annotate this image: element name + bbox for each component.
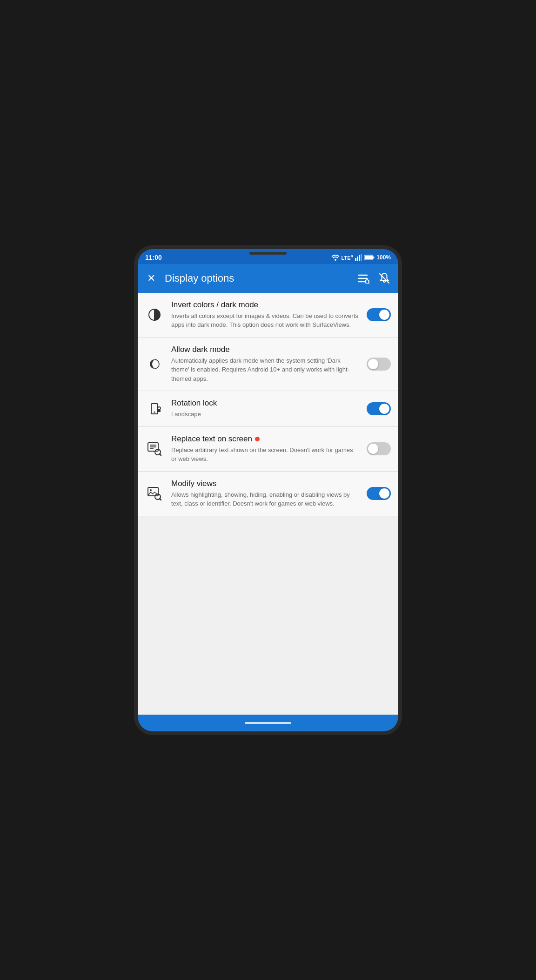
lte-label: LTER bbox=[342, 254, 354, 261]
replace-text-title: Replace text on screen bbox=[171, 434, 359, 444]
svg-point-25 bbox=[150, 489, 152, 491]
invert-colors-toggle[interactable] bbox=[367, 308, 391, 321]
invert-colors-icon bbox=[145, 305, 164, 324]
allow-dark-mode-content: Allow dark mode Automatically applies da… bbox=[171, 345, 359, 384]
modify-views-toggle[interactable] bbox=[367, 487, 391, 500]
phone-notch bbox=[249, 252, 287, 255]
toolbar: ✕ Display options bbox=[138, 264, 398, 293]
replace-text-slider bbox=[367, 442, 391, 455]
svg-point-0 bbox=[335, 259, 336, 261]
phone-frame: 11:00 LTER 100% bbox=[134, 245, 402, 735]
signal-icon bbox=[355, 254, 362, 261]
modify-views-desc: Allows highlighting, showing, hiding, en… bbox=[171, 490, 359, 508]
status-icons: LTER 100% bbox=[331, 254, 391, 261]
rotation-lock-toggle[interactable] bbox=[367, 402, 391, 415]
bottom-bar bbox=[138, 715, 398, 731]
filter-search-icon[interactable] bbox=[357, 272, 370, 285]
toolbar-icons bbox=[357, 272, 391, 285]
invert-colors-title: Invert colors / dark mode bbox=[171, 300, 359, 310]
wifi-icon bbox=[331, 254, 340, 261]
rotation-lock-item: Rotation lock Landscape bbox=[138, 391, 398, 427]
battery-icon bbox=[364, 255, 375, 260]
modify-views-content: Modify views Allows highlighting, showin… bbox=[171, 479, 359, 508]
rotation-lock-desc: Landscape bbox=[171, 410, 359, 419]
invert-colors-content: Invert colors / dark mode Inverts all co… bbox=[171, 300, 359, 330]
toolbar-title: Display options bbox=[165, 272, 350, 284]
modify-views-slider bbox=[367, 487, 391, 500]
allow-dark-mode-desc: Automatically applies dark mode when the… bbox=[171, 356, 359, 384]
notification-off-icon[interactable] bbox=[378, 272, 391, 285]
svg-rect-1 bbox=[355, 258, 356, 261]
status-time: 11:00 bbox=[145, 254, 162, 261]
svg-rect-4 bbox=[361, 254, 362, 261]
replace-text-toggle[interactable] bbox=[367, 442, 391, 455]
invert-colors-desc: Inverts all colors except for images & v… bbox=[171, 311, 359, 330]
battery-percent: 100% bbox=[376, 254, 391, 261]
replace-text-desc: Replace arbitrary text shown on the scre… bbox=[171, 446, 359, 464]
svg-line-12 bbox=[368, 283, 369, 284]
allow-dark-mode-toggle[interactable] bbox=[367, 358, 391, 371]
svg-rect-7 bbox=[374, 257, 375, 258]
rotation-lock-icon bbox=[145, 399, 164, 418]
svg-line-27 bbox=[160, 499, 161, 500]
invert-colors-slider bbox=[367, 308, 391, 321]
svg-rect-2 bbox=[357, 257, 358, 261]
allow-dark-mode-item: Allow dark mode Automatically applies da… bbox=[138, 338, 398, 392]
rotation-lock-content: Rotation lock Landscape bbox=[171, 399, 359, 419]
svg-point-16 bbox=[154, 411, 155, 412]
invert-colors-item: Invert colors / dark mode Inverts all co… bbox=[138, 293, 398, 338]
replace-text-badge bbox=[255, 437, 260, 441]
modify-views-title: Modify views bbox=[171, 479, 359, 488]
rotation-lock-slider bbox=[367, 402, 391, 415]
svg-rect-6 bbox=[365, 256, 373, 259]
replace-text-content: Replace text on screen Replace arbitrary… bbox=[171, 434, 359, 464]
svg-line-23 bbox=[160, 454, 161, 455]
replace-text-item: Replace text on screen Replace arbitrary… bbox=[138, 427, 398, 472]
modify-views-item: Modify views Allows highlighting, showin… bbox=[138, 472, 398, 516]
replace-text-icon bbox=[145, 439, 164, 458]
rotation-lock-title: Rotation lock bbox=[171, 399, 359, 408]
svg-rect-3 bbox=[359, 255, 360, 261]
modify-views-icon bbox=[145, 484, 164, 503]
home-indicator bbox=[245, 722, 291, 724]
allow-dark-mode-icon bbox=[145, 355, 164, 373]
close-button[interactable]: ✕ bbox=[145, 270, 157, 286]
status-bar: 11:00 LTER 100% bbox=[138, 249, 398, 264]
svg-rect-17 bbox=[157, 409, 161, 412]
allow-dark-mode-slider bbox=[367, 358, 391, 371]
settings-content: Invert colors / dark mode Inverts all co… bbox=[138, 293, 398, 715]
allow-dark-mode-title: Allow dark mode bbox=[171, 345, 359, 354]
